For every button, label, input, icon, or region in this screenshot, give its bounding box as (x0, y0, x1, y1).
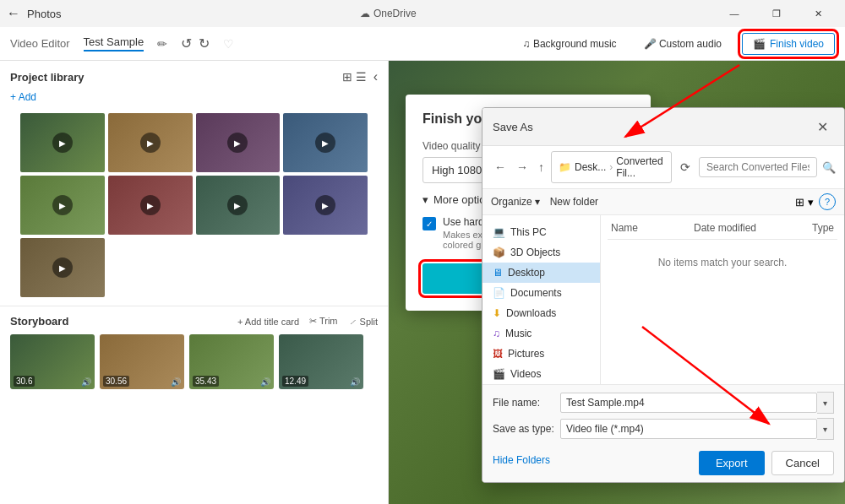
project-library: Project library ⊞ ☰ ‹ + Add ▶ ▶ (0, 61, 388, 306)
sidebar-item-thispc[interactable]: 💻 This PC (482, 222, 600, 242)
saveastype-input[interactable] (560, 419, 817, 439)
view-toggle-buttons[interactable]: ⊞ ▾ (795, 196, 814, 209)
play-icon: ▶ (52, 257, 73, 278)
media-thumbnail[interactable]: ▶ (20, 238, 105, 297)
organize-button[interactable]: Organize ▾ (491, 196, 540, 208)
collapse-library-button[interactable]: ‹ (373, 69, 378, 84)
split-button[interactable]: ⟋ Split (348, 317, 378, 327)
play-icon: ▶ (52, 133, 73, 153)
play-icon: ▶ (315, 195, 335, 215)
search-input[interactable] (699, 157, 817, 177)
storyboard-header: Storyboard + Add title card ✂ Trim ⟋ Spl… (10, 315, 378, 328)
media-thumbnail[interactable]: ▶ (196, 176, 281, 235)
nav-up-button[interactable]: ↑ (535, 159, 548, 176)
sidebar-item-videos[interactable]: 🎬 Videos (482, 364, 600, 384)
media-thumbnail[interactable]: ▶ (283, 113, 368, 172)
background-music-button[interactable]: ♫ Background music (516, 35, 624, 53)
storyboard-clip[interactable]: 30.6 🔊 (10, 334, 95, 389)
collapse-icon: ▾ (422, 193, 428, 206)
dialog-close-button[interactable]: ✕ (810, 115, 834, 138)
help-button[interactable]: ? (819, 193, 836, 210)
saveastype-dropdown[interactable]: ▾ (817, 418, 834, 440)
media-thumbnail[interactable]: ▶ (196, 113, 281, 172)
dialog-footer: File name: ▾ Save as type: ▾ Hide Folder… (482, 384, 844, 482)
downloads-icon: ⬇ (493, 307, 501, 319)
trim-button[interactable]: ✂ Trim (309, 316, 337, 327)
media-grid: ▶ ▶ ▶ ▶ ▶ ▶ ▶ (10, 110, 378, 301)
address-bar[interactable]: 📁 Desk... › Converted Fil... (551, 151, 672, 183)
saveastype-row: Save as type: ▾ (493, 418, 834, 440)
favorite-button[interactable]: ♡ (223, 37, 234, 51)
list-view-icon[interactable]: ☰ (356, 70, 367, 84)
sidebar-item-desktop[interactable]: 🖥 Desktop (482, 263, 600, 283)
dialog-cancel-button[interactable]: Cancel (771, 451, 834, 475)
right-panel: Finish your video Video quality High 108… (389, 61, 845, 504)
app-name-label: Video Editor (10, 37, 70, 50)
column-headers: Name Date modified Type (608, 222, 837, 240)
sidebar-item-pictures[interactable]: 🖼 Pictures (482, 344, 600, 364)
storyboard-clip[interactable]: 30.56 🔊 (100, 334, 184, 389)
clip-audio-icon: 🔊 (81, 377, 91, 387)
media-thumbnail[interactable]: ▶ (108, 113, 193, 172)
sidebar-item-documents[interactable]: 📄 Documents (482, 283, 600, 303)
refresh-button[interactable]: ⟳ (675, 159, 695, 176)
dialog-action-bar: Organize ▾ New folder ⊞ ▾ ? (482, 189, 844, 215)
play-icon: ▶ (52, 195, 73, 215)
title-bar: ← Photos ☁ OneDrive — ❐ ✕ (0, 0, 845, 27)
action-bar-left: Organize ▾ New folder (491, 196, 598, 208)
undo-redo-controls: ↺ ↻ (181, 35, 210, 51)
project-library-title: Project library (10, 71, 84, 84)
dialog-export-button[interactable]: Export (699, 451, 765, 475)
grid-view-icon[interactable]: ⊞ (342, 70, 352, 84)
close-button[interactable]: ✕ (799, 0, 838, 27)
hide-folders-button[interactable]: Hide Folders (493, 454, 550, 466)
sidebar-item-downloads[interactable]: ⬇ Downloads (482, 303, 600, 323)
music-icon: ♫ (493, 328, 500, 339)
filename-dropdown[interactable]: ▾ (817, 392, 834, 414)
back-button[interactable]: ← (7, 6, 20, 21)
nav-forward-button[interactable]: → (513, 159, 532, 176)
media-thumbnail[interactable]: ▶ (108, 176, 193, 235)
play-icon: ▶ (140, 195, 161, 215)
redo-button[interactable]: ↻ (199, 35, 210, 51)
hw-encoding-checkbox[interactable]: ✓ (422, 217, 436, 230)
3dobjects-icon: 📦 (493, 247, 505, 258)
type-column-header: Type (812, 222, 834, 234)
finish-video-button[interactable]: 🎬 Finish video (742, 33, 835, 55)
dialog-titlebar: Save As ✕ (482, 108, 844, 146)
sidebar-item-music[interactable]: ♫ Music (482, 323, 600, 344)
desktop-icon: 🖥 (493, 267, 503, 279)
custom-audio-button[interactable]: 🎤 Custom audio (637, 35, 728, 53)
filename-label: File name: (493, 397, 560, 409)
edit-project-name-icon[interactable]: ✏ (157, 37, 167, 51)
dialog-title: Save As (493, 121, 533, 133)
nav-back-button[interactable]: ← (491, 159, 510, 176)
clip-duration: 35.43 (193, 376, 219, 387)
storyboard-clip[interactable]: 12.49 🔊 (279, 334, 363, 389)
undo-button[interactable]: ↺ (181, 35, 192, 51)
left-panel: Project library ⊞ ☰ ‹ + Add ▶ ▶ (0, 61, 389, 504)
sidebar-item-3dobjects[interactable]: 📦 3D Objects (482, 242, 600, 263)
saveastype-label: Save as type: (493, 423, 560, 435)
view-toggle[interactable]: ⊞ ☰ (342, 70, 367, 84)
storyboard-title: Storyboard (10, 315, 68, 328)
minimize-button[interactable]: — (715, 0, 754, 27)
new-folder-button[interactable]: New folder (550, 196, 598, 208)
dialog-sidebar: 💻 This PC 📦 3D Objects 🖥 Desktop 📄 Docum… (482, 215, 601, 384)
project-name-label: Test Sample (84, 35, 144, 51)
dialog-file-area: Name Date modified Type No items match y… (601, 215, 844, 384)
main-layout: Project library ⊞ ☰ ‹ + Add ▶ ▶ (0, 61, 845, 504)
media-thumbnail[interactable]: ▶ (20, 113, 105, 172)
clip-duration: 12.49 (282, 376, 308, 387)
add-title-card-button[interactable]: + Add title card (237, 317, 299, 327)
pictures-icon: 🖼 (493, 348, 503, 360)
add-media-button[interactable]: + Add (10, 91, 378, 103)
clip-audio-icon: 🔊 (171, 377, 181, 387)
filename-input[interactable] (560, 393, 817, 413)
storyboard-clip[interactable]: 35.43 🔊 (189, 334, 274, 389)
restore-button[interactable]: ❐ (757, 0, 796, 27)
dialog-action-buttons: Export Cancel (699, 451, 834, 475)
media-thumbnail[interactable]: ▶ (20, 176, 105, 235)
media-thumbnail[interactable]: ▶ (283, 176, 368, 235)
play-icon: ▶ (140, 133, 161, 153)
